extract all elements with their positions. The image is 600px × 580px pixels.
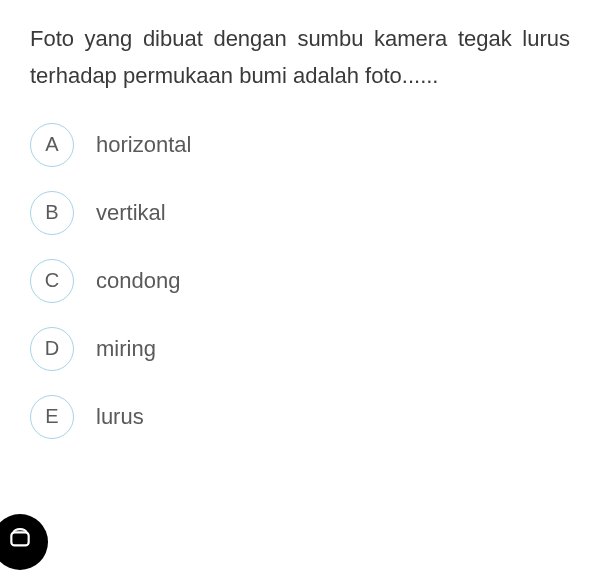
question-text: Foto yang dibuat dengan sumbu kamera teg… <box>30 20 570 95</box>
option-b[interactable]: B vertikal <box>30 191 570 235</box>
options-list: A horizontal B vertikal C condong D miri… <box>30 123 570 439</box>
option-letter: B <box>30 191 74 235</box>
option-text: vertikal <box>96 200 166 226</box>
option-letter: D <box>30 327 74 371</box>
option-text: condong <box>96 268 180 294</box>
assistant-icon <box>7 527 33 557</box>
option-letter: C <box>30 259 74 303</box>
option-c[interactable]: C condong <box>30 259 570 303</box>
option-text: lurus <box>96 404 144 430</box>
option-d[interactable]: D miring <box>30 327 570 371</box>
option-text: horizontal <box>96 132 191 158</box>
option-a[interactable]: A horizontal <box>30 123 570 167</box>
option-e[interactable]: E lurus <box>30 395 570 439</box>
fab-button[interactable] <box>0 514 48 570</box>
option-letter: E <box>30 395 74 439</box>
option-letter: A <box>30 123 74 167</box>
option-text: miring <box>96 336 156 362</box>
